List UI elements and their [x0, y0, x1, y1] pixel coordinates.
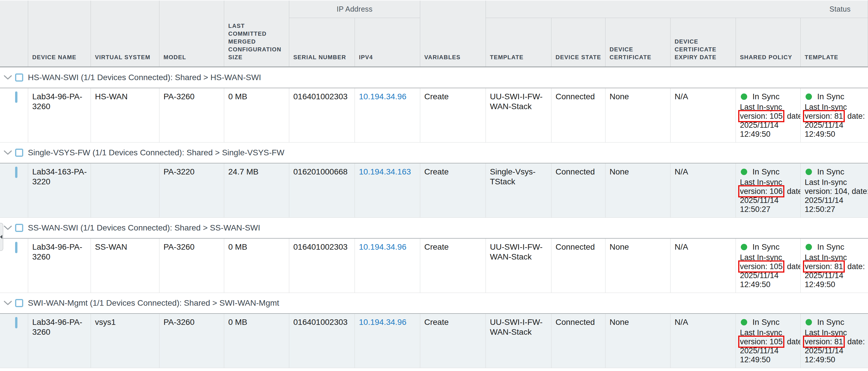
group-header-row[interactable]: HS-WAN-SWI (1/1 Devices Connected): Shar…	[0, 67, 868, 88]
certificate-expiry-cell: N/A	[670, 314, 736, 368]
group-checkbox[interactable]	[15, 299, 23, 307]
column-header-virtual-system[interactable]: VIRTUAL SYSTEM	[91, 1, 159, 66]
create-variables-link[interactable]: Create	[424, 167, 449, 176]
shared-policy-status-cell: In Sync Last In-sync version: 105, date:…	[736, 88, 800, 142]
sync-date-label: , date:	[847, 187, 868, 196]
column-header-model[interactable]: MODEL	[159, 1, 224, 66]
ipv4-link[interactable]: 10.194.34.163	[359, 167, 411, 176]
ipv4-cell: 10.194.34.96	[354, 239, 420, 292]
shared-policy-status-cell: In Sync Last In-sync version: 105, date:…	[736, 314, 800, 368]
column-header-device-certificate-expiry[interactable]: DEVICE CERTIFICATE EXPIRY DATE	[670, 18, 736, 66]
column-header-device-state[interactable]: DEVICE STATE	[551, 18, 605, 66]
sync-status: In Sync	[805, 242, 865, 252]
column-header-last-committed-size[interactable]: LAST COMMITTED MERGED CONFIGURATION SIZE	[224, 1, 289, 66]
group-checkbox[interactable]	[15, 149, 23, 157]
sync-version: version: 81	[805, 337, 843, 346]
sync-state-label: In Sync	[817, 92, 844, 102]
device-row: Lab34-96-PA-3260 vsys1 PA-3260 0 MB 0164…	[0, 313, 868, 368]
chevron-down-icon[interactable]	[3, 75, 12, 80]
sync-date: 2025/11/14	[805, 271, 865, 280]
group-checkbox[interactable]	[15, 73, 23, 82]
serial-number-cell: 016401002303	[289, 314, 354, 368]
sync-state-label: In Sync	[817, 167, 844, 177]
certificate-expiry-cell: N/A	[670, 88, 736, 142]
template-status-cell: In Sync Last In-sync version: 81, date: …	[800, 88, 868, 142]
column-header-template[interactable]: TEMPLATE	[486, 18, 551, 66]
in-sync-dot-icon	[806, 169, 812, 175]
serial-number-cell: 016401002303	[289, 88, 354, 142]
sync-detail: Last In-sync version: 81, date: 2025/11/…	[805, 103, 865, 139]
variables-cell: Create	[420, 163, 486, 217]
ipv4-link[interactable]: 10.194.34.96	[359, 242, 407, 251]
sync-time: 12:49:50	[740, 280, 797, 289]
in-sync-dot-icon	[741, 169, 747, 175]
column-header-ipv4[interactable]: IPV4	[354, 18, 420, 66]
sync-date-label: , date:	[783, 112, 800, 121]
template-cell: UU-SWI-I-FW-WAN-Stack	[486, 239, 551, 292]
ipv4-link[interactable]: 10.194.34.96	[359, 317, 407, 327]
managed-devices-table: DEVICE NAME VIRTUAL SYSTEM MODEL LAST CO…	[0, 0, 868, 371]
device-checkbox[interactable]	[15, 167, 18, 178]
device-row: Lab34-96-PA-3260 HS-WAN PA-3260 0 MB 016…	[0, 88, 868, 143]
device-group-section: SWI-WAN-Mgmt (1/1 Devices Connected): Sh…	[0, 293, 868, 368]
sync-date-label: , date:	[783, 187, 800, 196]
sync-date: 2025/11/14	[805, 196, 865, 205]
sync-status: In Sync	[805, 167, 865, 177]
virtual-system-cell: HS-WAN	[91, 88, 159, 142]
model-cell: PA-3260	[159, 314, 224, 368]
device-group-section: SS-WAN-SWI (1/1 Devices Connected): Shar…	[0, 218, 868, 293]
column-header-serial-number[interactable]: SERIAL NUMBER	[289, 18, 354, 66]
sync-time: 12:49:50	[805, 130, 865, 139]
create-variables-link[interactable]: Create	[424, 242, 449, 251]
ipv4-cell: 10.194.34.96	[354, 314, 420, 368]
column-header-device-certificate[interactable]: DEVICE CERTIFICATE	[605, 18, 670, 66]
ipv4-link[interactable]: 10.194.34.96	[359, 92, 407, 101]
config-size-cell: 0 MB	[224, 314, 289, 368]
column-group-ip-address: IP Address	[289, 1, 420, 18]
chevron-down-icon[interactable]	[3, 150, 12, 155]
model-cell: PA-3260	[159, 88, 224, 142]
sync-detail: Last In-sync version: 106, date: 2025/11…	[740, 178, 797, 214]
column-header-device-name[interactable]: DEVICE NAME	[28, 1, 91, 66]
config-size-cell: 24.7 MB	[224, 163, 289, 217]
template-status-cell: In Sync Last In-sync version: 104, date:…	[800, 163, 868, 217]
template-cell: UU-SWI-I-FW-WAN-Stack	[486, 88, 551, 142]
column-header-template-status[interactable]: TEMPLATE	[800, 18, 868, 66]
sync-state-label: In Sync	[817, 242, 844, 252]
device-name-cell: Lab34-163-PA-3220	[28, 163, 91, 217]
group-header-row[interactable]: Single-VSYS-FW (1/1 Devices Connected): …	[0, 143, 868, 163]
sync-detail-line: Last In-sync	[740, 328, 797, 337]
sync-version: version: 81	[805, 262, 843, 271]
create-variables-link[interactable]: Create	[424, 92, 449, 101]
device-group-section: HS-WAN-SWI (1/1 Devices Connected): Shar…	[0, 67, 868, 143]
device-checkbox[interactable]	[15, 91, 18, 103]
column-header-shared-policy[interactable]: SHARED POLICY	[736, 18, 800, 66]
sync-status: In Sync	[740, 242, 797, 252]
sync-detail-line: Last In-sync	[805, 103, 865, 112]
sync-date: 2025/11/14	[805, 121, 865, 130]
serial-number-cell: 016201000668	[289, 163, 354, 217]
chevron-down-icon[interactable]	[3, 301, 12, 306]
sync-date-label: , date:	[783, 262, 800, 271]
create-variables-link[interactable]: Create	[424, 317, 449, 327]
device-select-cell	[0, 88, 28, 142]
sync-state-label: In Sync	[752, 92, 779, 102]
sync-date-label: , date:	[783, 337, 800, 346]
device-certificate-cell: None	[605, 239, 670, 292]
group-checkbox[interactable]	[15, 224, 23, 232]
column-group-status: Status	[486, 1, 868, 18]
sync-time: 12:49:50	[740, 130, 797, 139]
variables-cell: Create	[420, 88, 486, 142]
group-header-row[interactable]: SWI-WAN-Mgmt (1/1 Devices Connected): Sh…	[0, 293, 868, 313]
sidebar-collapse-handle[interactable]	[0, 223, 3, 251]
variables-cell: Create	[420, 314, 486, 368]
column-header-variables[interactable]: VARIABLES	[420, 1, 486, 66]
device-checkbox[interactable]	[15, 242, 18, 253]
virtual-system-cell: vsys1	[91, 314, 159, 368]
chevron-down-icon[interactable]	[3, 225, 12, 230]
device-group-section: Single-VSYS-FW (1/1 Devices Connected): …	[0, 143, 868, 218]
device-checkbox[interactable]	[15, 317, 18, 328]
sync-version: version: 104	[805, 187, 847, 196]
collapse-left-arrow-icon	[0, 235, 2, 239]
group-header-row[interactable]: SS-WAN-SWI (1/1 Devices Connected): Shar…	[0, 218, 868, 238]
